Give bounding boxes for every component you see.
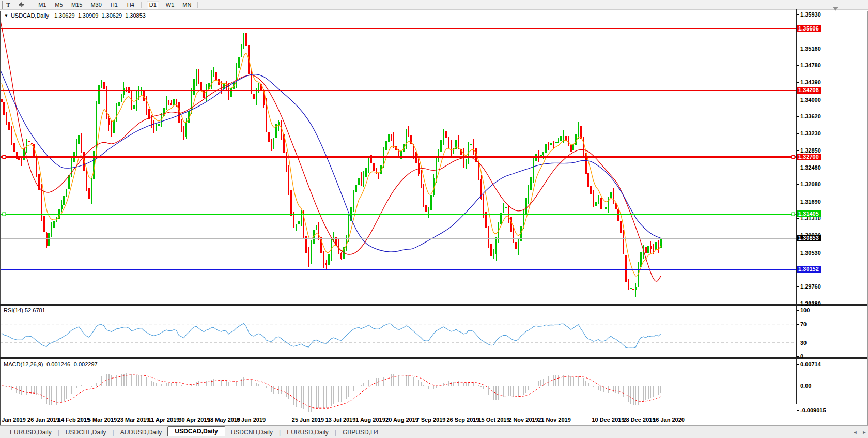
tab-gbpusd-h4[interactable]: GBPUSD,H4: [337, 428, 384, 437]
price-tick-label: 1.35160: [800, 46, 821, 52]
timeframe-button-m30[interactable]: M30: [89, 1, 103, 9]
rsi-pane-bottom-border[interactable]: [0, 357, 867, 358]
price-tick: [797, 14, 799, 15]
hline-handle[interactable]: [3, 213, 6, 216]
price-tick-label: 1.31690: [800, 199, 821, 205]
ohlc-open: 1.30629: [54, 12, 75, 19]
price-tick: [797, 133, 799, 134]
ohlc-high: 1.30909: [78, 12, 99, 19]
rsi-tick: [797, 343, 799, 343]
hline-handle[interactable]: [792, 213, 795, 216]
tab-audusd-daily[interactable]: AUDUSD,Daily: [115, 428, 168, 437]
price-tick: [797, 49, 799, 49]
rsi-tick: [797, 310, 799, 311]
rsi-tick: [797, 324, 799, 325]
timeframe-button-mn[interactable]: MN: [181, 1, 193, 9]
date-label: 21 Nov 2019: [534, 417, 575, 423]
price-tick: [797, 65, 799, 66]
price-tick-label: 1.35930: [800, 11, 821, 18]
price-badge-1.30152: 1.30152: [797, 266, 821, 273]
price-tick: [797, 116, 799, 117]
symbol-period-title: USDCAD,Daily: [11, 12, 49, 19]
price-tick-label: 1.33620: [800, 113, 821, 119]
timeframe-button-m15[interactable]: M15: [70, 1, 84, 9]
arrows-tool-button[interactable]: ▼: [16, 1, 27, 9]
price-tick: [797, 286, 799, 287]
price-tick-label: 1.34000: [800, 97, 821, 103]
main-pane-bottom-border[interactable]: [0, 304, 867, 305]
rsi-line: [2, 324, 661, 348]
rsi-tick-label: 30: [800, 340, 807, 346]
price-tick: [797, 100, 799, 100]
tab-scroll-right-button[interactable]: ►: [861, 429, 868, 435]
macd-tick-label: 0.00: [800, 383, 811, 389]
rsi-indicator-label: RSI(14) 52.6781: [4, 307, 45, 313]
mt4-window: T ▼ M1M5M15M30H1H4D1W1MN ▼ USDCAD,Daily …: [0, 0, 868, 438]
timeframe-button-h1[interactable]: H1: [109, 1, 120, 9]
date-label: 6 Jun 2019: [230, 417, 272, 423]
rsi-current-value: 52.6781: [25, 307, 45, 313]
tab-eurusd-daily[interactable]: EURUSD,Daily: [281, 428, 334, 437]
price-tick-label: 1.32080: [800, 181, 821, 187]
toolbar: T ▼ M1M5M15M30H1H4D1W1MN: [0, 0, 868, 10]
price-tick-label: 1.29380: [800, 300, 821, 307]
price-badge-1.31405: 1.31405: [797, 210, 821, 217]
main-chart-pane[interactable]: [1, 20, 796, 304]
price-badge-1.34206: 1.34206: [797, 87, 821, 94]
macd-tick: [797, 410, 799, 411]
tabs: EURUSD,Daily|USDCHF,Daily|AUDUSD,DailyUS…: [4, 428, 384, 437]
arrows-icon: [18, 2, 25, 8]
macd-tick: [797, 386, 799, 386]
chart-tab-bar: EURUSD,Daily|USDCHF,Daily|AUDUSD,DailyUS…: [0, 425, 868, 438]
text-label-tool-button[interactable]: T: [2, 1, 14, 9]
ohlc-close: 1.30853: [125, 12, 146, 19]
date-label: 16 Jan 2020: [648, 417, 689, 423]
timeframe-button-m5[interactable]: M5: [53, 1, 65, 9]
price-badge-1.35606: 1.35606: [797, 25, 821, 32]
chart-title-row: ▼ USDCAD,Daily 1.30629 1.30909 1.30629 1…: [1, 11, 867, 20]
macd-current-values: -0.001246 -0.002297: [44, 361, 97, 367]
price-tick: [797, 218, 799, 219]
price-tick: [797, 82, 799, 83]
timeframe-button-h4[interactable]: H4: [125, 1, 136, 9]
macd-pane[interactable]: [1, 359, 796, 414]
price-tick: [797, 184, 799, 185]
price-tick: [797, 253, 799, 253]
tab-scroll-left-button[interactable]: ◄: [851, 429, 859, 435]
price-tick: [797, 304, 799, 304]
price-tick: [797, 168, 799, 168]
price-axis-border: [796, 9, 797, 404]
rsi-tick-label: 70: [800, 321, 807, 327]
price-tick: [797, 150, 799, 151]
price-badge-1.30853: 1.30853: [797, 235, 821, 241]
timeframe-buttons: M1M5M15M30H1H4D1W1MN: [34, 1, 200, 9]
price-tick-label: 1.34390: [800, 79, 821, 85]
price-badge-1.32700: 1.32700: [797, 154, 821, 160]
timeframe-button-m1[interactable]: M1: [37, 1, 48, 9]
tab-usdcad-daily[interactable]: USDCAD,Daily: [167, 426, 225, 436]
toolbar-grip[interactable]: [30, 2, 32, 8]
rsi-pane[interactable]: [1, 306, 796, 357]
tab-usdcnh-daily[interactable]: USDCNH,Daily: [225, 428, 278, 437]
price-tick-label: 1.32460: [800, 164, 821, 171]
rsi-tick: [797, 356, 799, 357]
macd-indicator-label: MACD(12,26,9) -0.001246 -0.002297: [4, 361, 98, 367]
tab-eurusd-daily[interactable]: EURUSD,Daily: [4, 428, 57, 437]
price-tick-label: 1.29760: [800, 283, 821, 290]
price-tick-label: 1.33230: [800, 130, 821, 137]
macd-tick-label: -0.009015: [800, 407, 826, 413]
symbol-menu-caret-icon[interactable]: ▼: [4, 13, 8, 18]
macd-histogram: [2, 373, 661, 412]
macd-tick: [797, 364, 799, 365]
price-tick-label: 1.32850: [800, 147, 821, 154]
price-tick-label: 1.30530: [800, 250, 821, 256]
tab-usdchf-daily[interactable]: USDCHF,Daily: [60, 428, 112, 437]
ohlc-low: 1.30629: [101, 12, 122, 19]
hline-handle[interactable]: [3, 156, 6, 159]
timeframe-button-d1[interactable]: D1: [147, 1, 159, 9]
timeframe-button-w1[interactable]: W1: [164, 1, 176, 9]
hline-handle[interactable]: [792, 156, 795, 159]
macd-tick-label: 0.00714: [800, 361, 821, 367]
chart-shift-marker[interactable]: [833, 7, 838, 11]
rsi-tick-label: 100: [800, 307, 810, 313]
